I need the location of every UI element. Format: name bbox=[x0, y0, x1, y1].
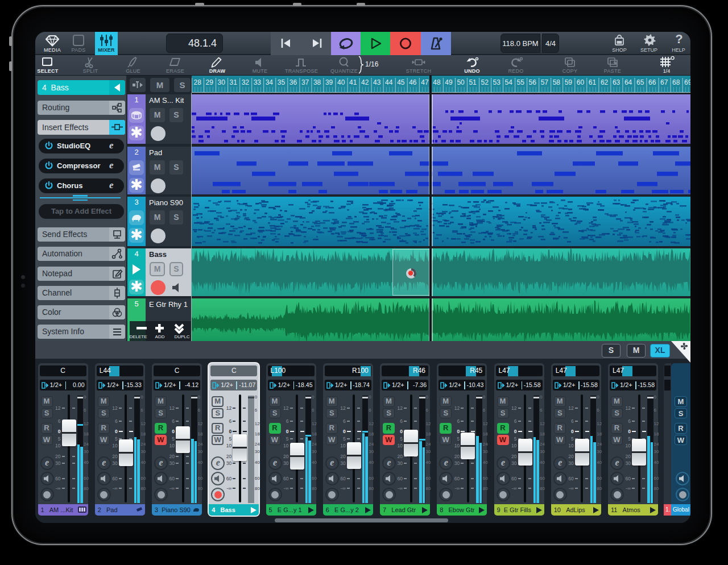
svg-text:47: 47 bbox=[421, 78, 429, 86]
svg-text:53: 53 bbox=[493, 78, 501, 86]
svg-text:69: 69 bbox=[684, 78, 690, 86]
svg-text:34: 34 bbox=[266, 78, 274, 86]
svg-text:65: 65 bbox=[636, 78, 644, 86]
svg-text:63: 63 bbox=[613, 78, 621, 86]
svg-text:57: 57 bbox=[541, 78, 549, 86]
svg-text:41: 41 bbox=[349, 78, 357, 86]
svg-text:54: 54 bbox=[505, 78, 513, 86]
svg-text:43: 43 bbox=[373, 78, 381, 86]
svg-text:56: 56 bbox=[529, 78, 537, 86]
svg-text:67: 67 bbox=[660, 78, 668, 86]
svg-text:60: 60 bbox=[577, 78, 585, 86]
svg-text:32: 32 bbox=[242, 78, 250, 86]
svg-text:33: 33 bbox=[254, 78, 262, 86]
svg-text:44: 44 bbox=[385, 78, 393, 86]
svg-text:42: 42 bbox=[361, 78, 369, 86]
svg-text:48: 48 bbox=[433, 78, 441, 86]
svg-text:51: 51 bbox=[469, 78, 477, 86]
svg-text:66: 66 bbox=[648, 78, 656, 86]
svg-text:55: 55 bbox=[517, 78, 525, 86]
svg-text:28: 28 bbox=[194, 78, 202, 86]
svg-text:49: 49 bbox=[445, 78, 453, 86]
svg-text:29: 29 bbox=[206, 78, 214, 86]
svg-text:58: 58 bbox=[553, 78, 561, 86]
svg-text:40: 40 bbox=[337, 78, 345, 86]
svg-text:45: 45 bbox=[397, 78, 405, 86]
svg-text:62: 62 bbox=[601, 78, 609, 86]
svg-text:50: 50 bbox=[457, 78, 465, 86]
svg-text:46: 46 bbox=[409, 78, 417, 86]
svg-text:31: 31 bbox=[230, 78, 238, 86]
svg-text:59: 59 bbox=[565, 78, 573, 86]
svg-text:37: 37 bbox=[301, 78, 309, 86]
svg-text:39: 39 bbox=[325, 78, 333, 86]
svg-text:35: 35 bbox=[278, 78, 286, 86]
svg-text:52: 52 bbox=[481, 78, 489, 86]
svg-text:36: 36 bbox=[289, 78, 297, 86]
svg-text:30: 30 bbox=[218, 78, 226, 86]
svg-text:61: 61 bbox=[589, 78, 597, 86]
svg-text:68: 68 bbox=[672, 78, 680, 86]
svg-text:64: 64 bbox=[624, 78, 632, 86]
svg-text:38: 38 bbox=[313, 78, 321, 86]
